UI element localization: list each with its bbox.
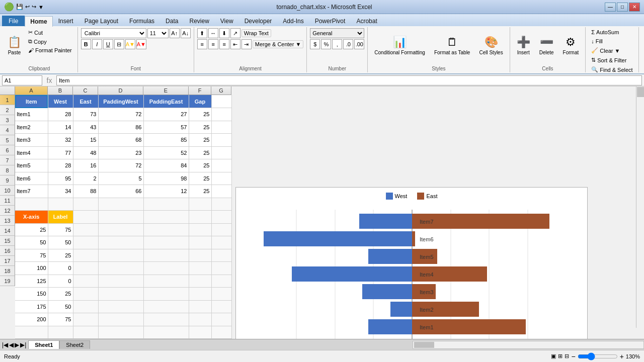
currency-button[interactable]: $: [310, 39, 320, 49]
align-right-button[interactable]: ≡: [219, 39, 229, 49]
cell-D10[interactable]: [98, 211, 143, 224]
merge-center-button[interactable]: Merge & Center ▼: [253, 40, 304, 48]
sheet-tab-1[interactable]: Sheet1: [28, 340, 59, 349]
cell-G8[interactable]: [211, 185, 231, 198]
cell-A1[interactable]: Item: [15, 95, 48, 108]
cell-B9[interactable]: [48, 198, 73, 211]
row-header-19[interactable]: 19: [0, 276, 15, 286]
cut-button[interactable]: ✂ Cut: [26, 28, 74, 37]
cell-E7[interactable]: 98: [143, 172, 189, 185]
cell-D1[interactable]: PaddingWest: [98, 95, 143, 108]
cell-A13[interactable]: 75: [15, 249, 48, 262]
comma-button[interactable]: ,: [332, 39, 342, 49]
cell-G6[interactable]: [211, 159, 231, 172]
delete-button[interactable]: ➖ Delete: [536, 28, 557, 63]
close-button[interactable]: ✕: [629, 3, 640, 12]
row-header-10[interactable]: 10: [0, 186, 15, 196]
cell-G1[interactable]: [211, 95, 231, 108]
cell-E8[interactable]: 12: [143, 185, 189, 198]
tab-developer[interactable]: Developer: [239, 16, 278, 26]
col-header-D[interactable]: D: [98, 86, 143, 95]
cell-F10[interactable]: [189, 211, 211, 224]
cell-A19[interactable]: [15, 326, 48, 339]
page-layout-icon[interactable]: ⊞: [558, 353, 562, 359]
row-header-9[interactable]: 9: [0, 175, 15, 186]
cell-styles-button[interactable]: 🎨 Cell Styles: [475, 28, 506, 63]
row-header-12[interactable]: 12: [0, 206, 15, 216]
cell-B15[interactable]: 0: [48, 275, 73, 288]
copy-button[interactable]: ⧉ Copy: [26, 37, 74, 46]
percent-button[interactable]: %: [321, 39, 331, 49]
col-header-C[interactable]: C: [73, 86, 98, 95]
horizontal-scrollbar[interactable]: [413, 341, 644, 349]
row-header-8[interactable]: 8: [0, 165, 15, 175]
cell-D4[interactable]: 68: [98, 134, 143, 147]
decrease-decimal-button[interactable]: .0: [343, 39, 353, 49]
tab-page-layout[interactable]: Page Layout: [79, 16, 124, 26]
autosum-button[interactable]: Σ AutoSum: [589, 28, 621, 36]
italic-button[interactable]: I: [92, 39, 102, 49]
align-top-button[interactable]: ⬆: [197, 28, 207, 38]
align-center-button[interactable]: ≡: [208, 39, 218, 49]
cell-C2[interactable]: 73: [73, 108, 98, 121]
cell-B2[interactable]: 28: [48, 108, 73, 121]
row-header-4[interactable]: 4: [0, 125, 15, 135]
bold-button[interactable]: B: [81, 39, 91, 49]
row-header-1[interactable]: 1: [0, 95, 15, 105]
cell-G5[interactable]: [211, 146, 231, 159]
cell-F3[interactable]: 25: [189, 121, 211, 134]
font-size-select[interactable]: 11: [147, 28, 169, 38]
find-select-button[interactable]: 🔍 Find & Select: [589, 65, 635, 74]
tab-addins[interactable]: Add-Ins: [277, 16, 309, 26]
cell-E3[interactable]: 57: [143, 121, 189, 134]
row-header-7[interactable]: 7: [0, 155, 15, 165]
cell-G7[interactable]: [211, 172, 231, 185]
align-middle-button[interactable]: ↔: [208, 28, 218, 38]
cell-C3[interactable]: 43: [73, 121, 98, 134]
cell-B10[interactable]: Label: [48, 211, 73, 224]
decrease-indent-button[interactable]: ⇤: [230, 39, 240, 49]
tab-powerpivot[interactable]: PowerPivot: [309, 16, 351, 26]
sheet-tab-2[interactable]: Sheet2: [59, 340, 90, 349]
fill-button[interactable]: ↓ Fill: [589, 37, 605, 45]
cell-E1[interactable]: PaddingEast: [143, 95, 189, 108]
format-painter-button[interactable]: 🖌 Format Painter: [26, 46, 74, 54]
tab-acrobat[interactable]: Acrobat: [351, 16, 382, 26]
cell-A10[interactable]: X-axis: [15, 211, 48, 224]
row-header-6[interactable]: 6: [0, 145, 15, 155]
formula-input[interactable]: [56, 75, 642, 85]
cell-D3[interactable]: 86: [98, 121, 143, 134]
cell-A14[interactable]: 100: [15, 262, 48, 275]
clear-button[interactable]: 🧹 Clear ▼: [589, 46, 622, 55]
tab-review[interactable]: Review: [184, 16, 214, 26]
row-header-17[interactable]: 17: [0, 256, 15, 266]
cell-G3[interactable]: [211, 121, 231, 134]
tab-insert[interactable]: Insert: [53, 16, 79, 26]
row-header-18[interactable]: 18: [0, 266, 15, 276]
sheet-nav-last[interactable]: ▶|: [20, 341, 26, 348]
cell-A11[interactable]: 25: [15, 223, 48, 236]
cell-B11[interactable]: 75: [48, 223, 73, 236]
cell-E2[interactable]: 27: [143, 108, 189, 121]
cell-G4[interactable]: [211, 134, 231, 147]
cell-D2[interactable]: 72: [98, 108, 143, 121]
row-header-14[interactable]: 14: [0, 226, 15, 236]
row-header-15[interactable]: 15: [0, 236, 15, 246]
cell-B1[interactable]: West: [48, 95, 73, 108]
cell-A8[interactable]: Item7: [15, 185, 48, 198]
sheet-nav-next[interactable]: ▶: [15, 341, 19, 348]
share-button[interactable]: 📤 Share This File: [642, 28, 644, 63]
sheet-nav-first[interactable]: |◀: [2, 341, 8, 348]
cell-C11[interactable]: [73, 223, 98, 236]
cell-A5[interactable]: Item4: [15, 146, 48, 159]
cell-C10[interactable]: [73, 211, 98, 224]
insert-button[interactable]: ➕ Insert: [513, 28, 534, 63]
page-break-icon[interactable]: ⊟: [565, 353, 569, 359]
cell-A17[interactable]: 175: [15, 300, 48, 313]
col-header-E[interactable]: E: [143, 86, 189, 95]
cell-D5[interactable]: 23: [98, 146, 143, 159]
wrap-text-button[interactable]: Wrap Text: [242, 29, 271, 37]
cell-E4[interactable]: 85: [143, 134, 189, 147]
col-header-G[interactable]: G: [211, 86, 231, 95]
cell-B17[interactable]: 50: [48, 300, 73, 313]
